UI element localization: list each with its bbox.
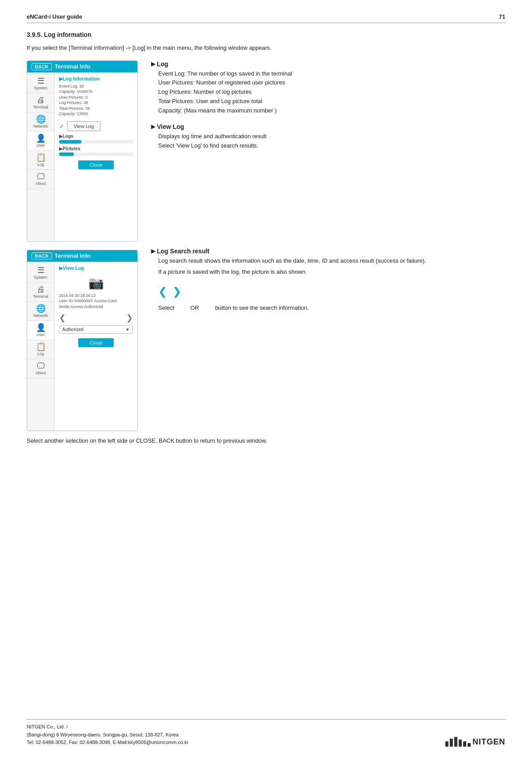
back-button-1[interactable]: BACK bbox=[32, 63, 52, 70]
user2-icon: 👤 bbox=[36, 324, 46, 332]
sidebar2-system-label: System bbox=[34, 275, 47, 280]
logo-bars bbox=[445, 737, 471, 747]
spacer bbox=[151, 159, 505, 248]
logo-bar-1 bbox=[445, 741, 448, 747]
logs-subsection: ▶Logs bbox=[59, 134, 133, 139]
sidebar-item-about[interactable]: 🖵 About bbox=[27, 170, 54, 189]
sidebar2-item-about[interactable]: 🖵 About bbox=[27, 359, 54, 378]
log-info-title: ▶Log Information bbox=[59, 76, 133, 82]
sidebar2-network-label: Network bbox=[33, 313, 48, 318]
authorized-label: Authorized bbox=[62, 327, 84, 332]
log-search-triangle-icon: ▶ bbox=[151, 248, 155, 254]
log-title-text: Log bbox=[157, 60, 168, 68]
footer-contact: Tel: 02-6488-3052, Fax: 02-6488-3098, E-… bbox=[27, 739, 188, 747]
view-log-desc-2: Select 'View Log' to find search results… bbox=[158, 141, 505, 151]
view-log-desc-1: Displays log time and authentication res… bbox=[158, 132, 505, 141]
log2-icon: 📋 bbox=[36, 343, 46, 351]
logo-bar-2 bbox=[450, 739, 453, 747]
pictures-subsection: ▶Pictures bbox=[59, 146, 133, 151]
close-button-1[interactable]: Close bbox=[78, 160, 114, 169]
log-item-user-pics: User Pictures: 0 bbox=[59, 95, 133, 100]
about-icon: 🖵 bbox=[37, 172, 45, 180]
doc-title: eNCard-i User guide bbox=[27, 13, 82, 20]
log-desc-3: Log Pictures: Number of log pictures bbox=[158, 88, 505, 97]
sidebar2-about-label: About bbox=[36, 371, 46, 375]
footer-company: NITGEN Co., Ltd. / bbox=[27, 723, 188, 731]
footer-logo: NITGEN bbox=[445, 737, 505, 747]
view-log-right-body: Displays log time and authentication res… bbox=[158, 132, 505, 151]
right-arrow-icon: ❯ bbox=[172, 283, 181, 300]
log-right-body: Event Log: The number of logs saved in t… bbox=[158, 69, 505, 116]
view-log-button[interactable]: View Log bbox=[67, 121, 100, 131]
page-number: 71 bbox=[499, 13, 505, 20]
sidebar-about-label: About bbox=[36, 181, 46, 186]
sidebar-log-label: Log bbox=[37, 162, 44, 167]
camera-icon: 📷 bbox=[88, 276, 104, 290]
search-nav-row: ❮ ❯ bbox=[158, 283, 505, 300]
sidebar-terminal-label: Terminal bbox=[33, 105, 48, 109]
bottom-note: Select another selection on the left sid… bbox=[27, 436, 505, 446]
log-search-desc-1: Log search result shows the information … bbox=[158, 256, 505, 266]
sidebar-item-network[interactable]: 🌐 Network bbox=[27, 112, 54, 132]
log-detail-text: 2016 04 30 18:26:12 User ID:'00000005' A… bbox=[59, 293, 133, 310]
view-log-right-section: ▶ View Log Displays log time and authent… bbox=[151, 123, 505, 151]
terminal-1-title: Terminal Info bbox=[55, 63, 91, 70]
network2-icon: 🌐 bbox=[36, 304, 46, 312]
page-footer: NITGEN Co., Ltd. / (Bangi-dong) 6 Wiryes… bbox=[27, 719, 505, 747]
close-button-2[interactable]: Close bbox=[78, 338, 114, 347]
footer-address: (Bangi-dong) 6 Wiryeseong-daero, Songpa-… bbox=[27, 731, 188, 739]
terminal-1-header: BACK Terminal Info bbox=[27, 61, 137, 72]
sidebar-item-log[interactable]: 📋 Log bbox=[27, 151, 54, 170]
sidebar2-item-terminal[interactable]: 🖨 Terminal bbox=[27, 283, 54, 302]
terminal-2-title: Terminal Info bbox=[55, 252, 91, 259]
sidebar-item-terminal[interactable]: 🖨 Terminal bbox=[27, 93, 54, 112]
select-or-text: Select OR button to see the search infor… bbox=[158, 304, 505, 313]
log-search-body: Log search result shows the information … bbox=[158, 256, 505, 313]
sidebar2-item-network[interactable]: 🌐 Network bbox=[27, 302, 54, 321]
terminal-2-header: BACK Terminal Info bbox=[27, 250, 137, 262]
log-item-log-pics: Log Pictures: 38 bbox=[59, 100, 133, 106]
or-label: OR bbox=[190, 304, 199, 311]
view-log-right-title: ▶ View Log bbox=[151, 123, 505, 130]
terminal2-icon: 🖨 bbox=[37, 285, 45, 293]
user-icon: 👤 bbox=[36, 134, 46, 142]
log-item-event: Event Log: 38 bbox=[59, 84, 133, 89]
network-icon: 🌐 bbox=[36, 115, 46, 123]
pictures-progress-bar bbox=[59, 152, 133, 156]
sidebar2-item-system[interactable]: ☰ System bbox=[27, 264, 54, 283]
sidebar2-log-label: Log bbox=[37, 352, 44, 356]
logo-bar-3 bbox=[454, 737, 457, 747]
terminal-2: BACK Terminal Info ☰ System 🖨 Terminal 🌐 bbox=[27, 250, 138, 431]
button-label: button to see the search information. bbox=[215, 304, 309, 311]
log-right-title: ▶ Log bbox=[151, 60, 505, 68]
logo-text: NITGEN bbox=[472, 737, 505, 747]
footer-text: NITGEN Co., Ltd. / (Bangi-dong) 6 Wiryes… bbox=[27, 723, 188, 747]
prev-arrow-button[interactable]: ❮ bbox=[59, 313, 66, 323]
view-log-title-text: View Log bbox=[157, 123, 184, 130]
select-label: Select bbox=[158, 304, 174, 311]
terminal-1-body: ☰ System 🖨 Terminal 🌐 Network 👤 User bbox=[27, 72, 137, 241]
back-button-2[interactable]: BACK bbox=[32, 252, 52, 260]
authorized-dropdown[interactable]: Authorized ▼ bbox=[59, 325, 133, 334]
dropdown-arrow-icon: ▼ bbox=[125, 327, 130, 332]
sidebar-item-user[interactable]: 👤 User bbox=[27, 132, 54, 151]
sidebar-user-label: User bbox=[36, 143, 45, 148]
log-triangle-icon: ▶ bbox=[151, 61, 155, 67]
sidebar2-item-log[interactable]: 📋 Log bbox=[27, 340, 54, 359]
log-desc-5: Capacity: (Max means the maximum number … bbox=[158, 106, 505, 116]
log-desc-1: Event Log: The number of logs saved in t… bbox=[158, 69, 505, 79]
camera-icon-wrap: 📷 bbox=[59, 276, 133, 290]
right-column: ▶ Log Event Log: The number of logs save… bbox=[151, 60, 505, 431]
sidebar-item-system[interactable]: ☰ System bbox=[27, 74, 54, 93]
terminal-1-main: ▶Log Information Event Log: 38 Capacity:… bbox=[55, 72, 137, 241]
logs-progress-bar bbox=[59, 140, 133, 144]
log-search-section: ▶ Log Search result Log search result sh… bbox=[151, 248, 505, 313]
view-log-title: ▶View Log bbox=[59, 265, 133, 271]
next-arrow-button[interactable]: ❯ bbox=[126, 313, 133, 323]
system2-icon: ☰ bbox=[37, 266, 44, 274]
main-layout: BACK Terminal Info ☰ System 🖨 Terminal 🌐 bbox=[27, 60, 505, 431]
sidebar2-item-user[interactable]: 👤 User bbox=[27, 321, 54, 340]
nav-arrows: ❮ ❯ bbox=[59, 313, 133, 323]
log-search-title-text: Log Search result bbox=[157, 248, 209, 255]
log-item-capacity2: Capacity: 12500 bbox=[59, 111, 133, 117]
